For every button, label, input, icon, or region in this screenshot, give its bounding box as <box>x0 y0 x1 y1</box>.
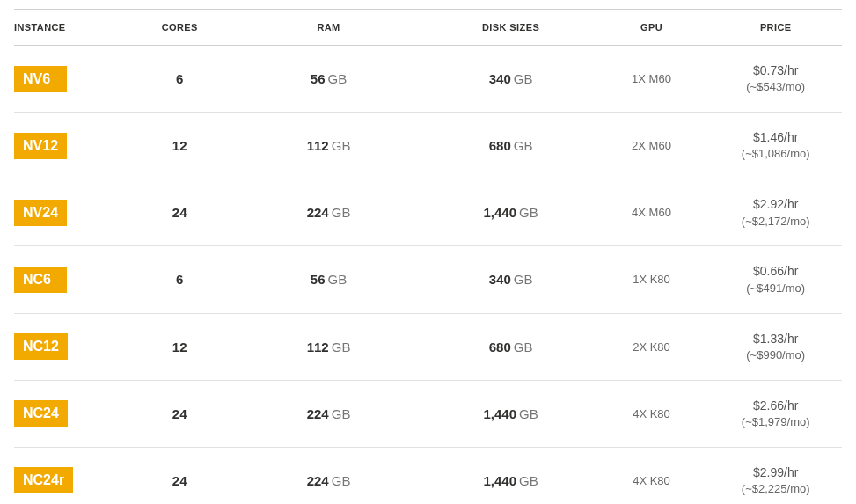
gpu-value: 2X M60 <box>594 113 710 179</box>
price-cell: $1.46/hr(~$1,086/mo) <box>709 113 842 179</box>
table-row: NC24r24224GB1,440GB4X K80$2.99/hr(~$2,22… <box>14 447 842 504</box>
ram-cell: 224GB <box>230 447 428 504</box>
cores-value: 6 <box>176 272 183 287</box>
gpu-value: 2X K80 <box>594 313 710 380</box>
table-row: NV2424224GB1,440GB4X M60$2.92/hr(~$2,172… <box>14 179 842 246</box>
price-cell: $2.66/hr(~$1,979/mo) <box>709 380 842 447</box>
disk-unit: GB <box>519 406 538 421</box>
price-hourly: $0.73/hr <box>753 63 798 77</box>
instance-badge: NC6 <box>14 267 67 293</box>
price-monthly: (~$1,979/mo) <box>718 414 833 431</box>
table-row: NC6656GB340GB1X K80$0.66/hr(~$491/mo) <box>14 246 842 313</box>
price-monthly: (~$2,172/mo) <box>718 214 833 230</box>
cores-value: 24 <box>172 473 187 488</box>
disk-value: 340 <box>489 71 511 86</box>
price-monthly: (~$2,225/mo) <box>718 481 833 498</box>
col-header-instance: INSTANCE <box>14 10 130 46</box>
disk-unit: GB <box>519 205 538 220</box>
instance-badge: NC12 <box>14 333 68 360</box>
price-cell: $2.92/hr(~$2,172/mo) <box>709 179 842 246</box>
ram-cell: 56GB <box>230 246 428 313</box>
ram-unit: GB <box>328 71 348 86</box>
price-hourly: $1.46/hr <box>753 130 798 144</box>
price-hourly: $2.99/hr <box>753 465 798 479</box>
instance-badge: NC24 <box>14 400 68 427</box>
gpu-value: 1X M60 <box>594 46 710 113</box>
gpu-value: 4X K80 <box>594 380 710 447</box>
ram-unit: GB <box>332 340 351 354</box>
disk-unit: GB <box>514 138 533 153</box>
cores-value: 24 <box>172 205 187 220</box>
disk-value: 340 <box>489 272 511 287</box>
price-cell: $0.66/hr(~$491/mo) <box>709 246 842 313</box>
instance-badge: NV24 <box>14 200 67 226</box>
ram-cell: 112GB <box>230 113 428 179</box>
disk-cell: 1,440GB <box>428 380 593 447</box>
cores-value: 12 <box>172 138 187 153</box>
table-row: NC2424224GB1,440GB4X K80$2.66/hr(~$1,979… <box>14 380 842 447</box>
ram-unit: GB <box>328 272 348 287</box>
cores-value: 12 <box>172 340 187 354</box>
disk-unit: GB <box>519 473 538 488</box>
disk-value: 680 <box>489 138 511 153</box>
ram-unit: GB <box>332 406 351 421</box>
table-row: NC1212112GB680GB2X K80$1.33/hr(~$990/mo) <box>14 313 842 380</box>
ram-value: 224 <box>307 406 329 421</box>
table-row: NV1212112GB680GB2X M60$1.46/hr(~$1,086/m… <box>14 113 842 179</box>
ram-value: 112 <box>307 138 329 153</box>
table-header-row: INSTANCE CORES RAM DISK SIZES GPU PRICE <box>14 10 842 46</box>
disk-value: 1,440 <box>483 406 516 421</box>
ram-value: 112 <box>307 340 329 354</box>
ram-value: 224 <box>307 473 329 488</box>
gpu-value: 4X K80 <box>594 447 710 504</box>
price-monthly: (~$543/mo) <box>718 79 833 96</box>
col-header-ram: RAM <box>230 10 428 46</box>
col-header-gpu: GPU <box>594 10 710 46</box>
disk-cell: 680GB <box>428 113 593 179</box>
price-monthly: (~$990/mo) <box>718 347 833 364</box>
disk-cell: 680GB <box>428 313 593 380</box>
gpu-value: 4X M60 <box>594 179 710 246</box>
ram-value: 224 <box>307 205 329 220</box>
price-hourly: $1.33/hr <box>753 332 798 346</box>
price-cell: $2.99/hr(~$2,225/mo) <box>709 447 842 504</box>
col-header-disk: DISK SIZES <box>428 10 593 46</box>
price-hourly: $0.66/hr <box>753 264 798 278</box>
ram-cell: 224GB <box>230 179 428 246</box>
ram-cell: 56GB <box>230 46 428 113</box>
disk-unit: GB <box>514 71 533 86</box>
price-cell: $1.33/hr(~$990/mo) <box>709 313 842 380</box>
price-cell: $0.73/hr(~$543/mo) <box>709 46 842 113</box>
ram-unit: GB <box>332 205 351 220</box>
disk-value: 1,440 <box>483 205 516 220</box>
disk-unit: GB <box>514 340 533 354</box>
instance-badge: NC24r <box>14 467 73 493</box>
gpu-value: 1X K80 <box>594 246 710 313</box>
table-row: NV6656GB340GB1X M60$0.73/hr(~$543/mo) <box>14 46 842 113</box>
disk-cell: 1,440GB <box>428 447 593 504</box>
ram-value: 56 <box>311 272 326 287</box>
disk-cell: 1,440GB <box>428 179 593 246</box>
ram-value: 56 <box>311 71 326 86</box>
ram-cell: 112GB <box>230 313 428 380</box>
cores-value: 24 <box>172 406 187 421</box>
pricing-table: INSTANCE CORES RAM DISK SIZES GPU PRICE … <box>14 9 842 504</box>
ram-unit: GB <box>332 138 351 153</box>
price-hourly: $2.92/hr <box>753 197 798 211</box>
disk-cell: 340GB <box>428 46 593 113</box>
disk-value: 680 <box>489 340 511 354</box>
col-header-price: PRICE <box>709 10 842 46</box>
disk-unit: GB <box>514 272 533 287</box>
price-hourly: $2.66/hr <box>753 398 798 413</box>
cores-value: 6 <box>176 71 183 86</box>
instance-badge: NV12 <box>14 133 67 159</box>
instance-badge: NV6 <box>14 66 67 92</box>
col-header-cores: CORES <box>130 10 230 46</box>
ram-cell: 224GB <box>230 380 428 447</box>
price-monthly: (~$491/mo) <box>718 281 833 297</box>
disk-value: 1,440 <box>483 473 516 488</box>
disk-cell: 340GB <box>428 246 593 313</box>
price-monthly: (~$1,086/mo) <box>718 146 833 163</box>
ram-unit: GB <box>332 473 351 488</box>
